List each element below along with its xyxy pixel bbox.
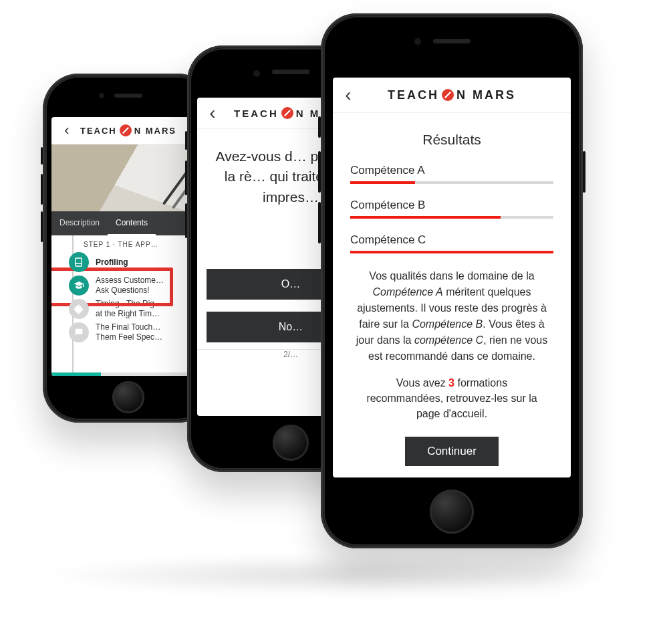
back-button[interactable]: ‹ <box>338 86 358 104</box>
competence-row: Compétence A <box>333 164 571 184</box>
home-button[interactable] <box>430 490 474 534</box>
tab-description[interactable]: Description <box>51 211 108 235</box>
results-title: Résultats <box>333 132 571 148</box>
back-button[interactable]: ‹ <box>57 123 77 138</box>
mars-icon <box>120 124 132 136</box>
timeline-item[interactable]: Profiling <box>69 252 205 272</box>
chat-icon <box>69 322 89 342</box>
timeline-label: Timing - The Rig… at the Right Tim… <box>96 299 162 319</box>
course-progress-bar <box>51 372 205 376</box>
competence-label: Compétence C <box>350 233 553 247</box>
timeline-item[interactable]: Assess Custome… Ask Questions! <box>69 276 205 296</box>
home-button[interactable] <box>112 381 144 413</box>
timeline-label: Assess Custome… Ask Questions! <box>96 276 164 296</box>
results-feedback: Vos qualités dans le domaine de la Compé… <box>333 268 571 364</box>
phone-results: ‹ TEACH N MARS Résultats Compétence A Co… <box>321 13 583 548</box>
timeline-item[interactable]: Timing - The Rig… at the Right Tim… <box>69 299 205 319</box>
competence-label: Compétence A <box>350 164 553 177</box>
mars-icon <box>442 89 454 101</box>
course-tabs: Description Contents <box>51 211 205 235</box>
continue-button[interactable]: Continuer <box>405 437 499 466</box>
course-timeline: STEP 1 · THE APP… Profiling Assess Custo… <box>51 235 205 376</box>
timeline-label: Profiling <box>96 257 128 267</box>
books-icon <box>69 252 89 272</box>
floor-shadow <box>40 555 617 595</box>
competence-progress <box>350 216 553 219</box>
brand-logo: TEACH N MARS <box>77 124 180 136</box>
competence-row: Compétence B <box>333 199 571 219</box>
back-button[interactable]: ‹ <box>203 104 223 122</box>
cap-icon <box>69 276 89 296</box>
timeline-item[interactable]: The Final Touch… Them Feel Spec… <box>69 322 205 342</box>
puzzle-icon <box>69 299 89 319</box>
app-header: ‹ TEACH N MARS <box>333 78 571 113</box>
timeline-label: The Final Touch… Them Feel Spec… <box>96 322 162 342</box>
course-hero-image <box>51 144 205 211</box>
competence-label: Compétence B <box>350 199 553 212</box>
tab-contents[interactable]: Contents <box>108 211 156 235</box>
competence-progress <box>350 251 553 253</box>
app-header: ‹ TEACH N MARS <box>51 117 205 144</box>
results-recommendation: Vous avez 3 formations recommandées, ret… <box>333 364 571 422</box>
competence-progress <box>350 181 553 184</box>
competence-row: Compétence C <box>333 233 571 253</box>
home-button[interactable] <box>273 425 309 461</box>
mars-icon <box>281 107 293 119</box>
brand-logo: TEACH N MARS <box>358 88 545 102</box>
